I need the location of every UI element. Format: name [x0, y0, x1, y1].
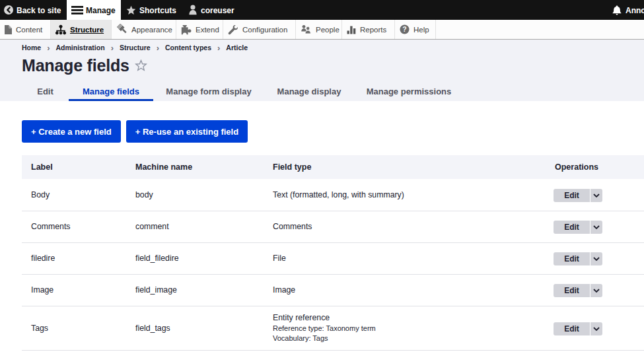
svg-text:?: ?: [402, 25, 406, 33]
